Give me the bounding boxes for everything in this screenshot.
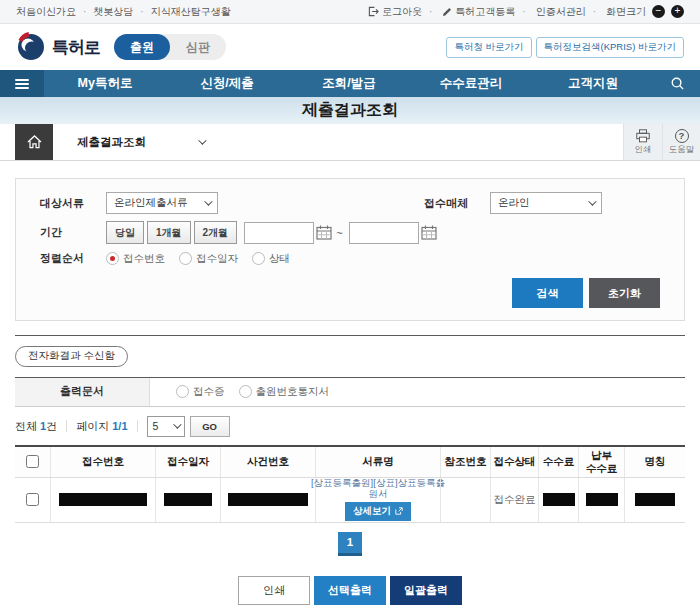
chevron-down-icon: [173, 420, 181, 428]
utility-right-links: 로그아웃 특허고객등록 인증서관리 화면크기 − +: [368, 5, 684, 19]
media-select[interactable]: 온라인: [490, 192, 602, 214]
divider: [66, 420, 67, 432]
chevron-down-icon: [588, 197, 596, 205]
search-icon[interactable]: [654, 70, 700, 97]
sort-receipt-no-radio[interactable]: 접수번호: [106, 252, 165, 266]
certificate-management-link[interactable]: 인증서관리: [515, 5, 585, 19]
batch-output-button[interactable]: 일괄출력: [390, 576, 462, 605]
nav-customer-support[interactable]: 고객지원: [532, 70, 654, 97]
detail-view-button[interactable]: 상세보기: [345, 502, 411, 521]
page-indicator-value: 1/1: [112, 420, 127, 432]
col-paid-fee: 납부 수수료: [578, 447, 624, 477]
home-icon[interactable]: [15, 124, 53, 160]
total-count-text: 전체 1건: [15, 419, 57, 434]
col-receipt-no: 접수번호: [50, 447, 155, 477]
customer-registration-link[interactable]: 특허고객등록: [422, 5, 515, 19]
sort-order-label: 정렬순서: [40, 251, 106, 266]
question-mark-icon: ?: [675, 129, 689, 143]
page-title: 제출결과조회: [0, 97, 700, 124]
calendar-icon: [316, 225, 332, 240]
period-label: 기간: [40, 225, 106, 240]
col-fee: 수수료: [538, 447, 578, 477]
chevron-down-icon: [204, 197, 212, 205]
list-controls: 전체 1건 페이지 1/1 5 GO: [15, 416, 685, 437]
radio-icon: [106, 252, 119, 265]
print-page-button[interactable]: 인쇄: [624, 124, 662, 160]
table-header-row: 접수번호 접수일자 사건번호 서류명 참조번호 접수상태 수수료 납부 수수료 …: [15, 447, 685, 478]
breadcrumb-select[interactable]: 제출결과조회: [53, 124, 228, 160]
row-checkbox[interactable]: [26, 493, 39, 506]
quick-links: 특허청 바로가기 특허정보검색(KPRIS) 바로가기: [446, 37, 684, 58]
application-number-notice-radio[interactable]: 출원번호통지서: [239, 385, 330, 399]
link-ip-life[interactable]: 지식재산탐구생활: [133, 5, 230, 19]
sort-receipt-date-radio[interactable]: 접수일자: [179, 252, 238, 266]
sort-status-radio[interactable]: 상태: [252, 252, 290, 266]
zoom-out-button[interactable]: −: [652, 5, 665, 18]
date-from-input[interactable]: [244, 222, 314, 244]
kipo-logo-icon: [16, 32, 46, 62]
print-button[interactable]: 인쇄: [238, 576, 310, 605]
redacted-receipt-no: [59, 493, 147, 506]
hamburger-menu-icon[interactable]: [0, 70, 44, 97]
printer-icon: [635, 129, 651, 143]
select-all-checkbox[interactable]: [26, 455, 39, 468]
calendar-from-button[interactable]: [316, 225, 332, 240]
kipris-shortcut-button[interactable]: 특허정보검색(KPRIS) 바로가기: [536, 37, 684, 58]
date-range-separator: ~: [336, 227, 342, 239]
divider: [137, 420, 138, 432]
status-badge: 접수완료: [494, 493, 536, 507]
period-2month-button[interactable]: 2개월: [194, 221, 238, 244]
zoom-in-button[interactable]: +: [671, 5, 684, 18]
radio-icon: [179, 252, 192, 265]
link-first-visit[interactable]: 처음이신가요: [16, 5, 76, 19]
tab-trial[interactable]: 심판: [170, 34, 226, 60]
media-label: 접수매체: [424, 196, 490, 211]
table-row: [상표등록출원][상표]상표등록출원서 상세보기 접수완료: [15, 478, 685, 523]
selected-output-button[interactable]: 선택출력: [314, 576, 386, 605]
nav-inquiry-issue[interactable]: 조회/발급: [288, 70, 410, 97]
external-link-icon: [395, 507, 403, 515]
page-1-button[interactable]: 1: [338, 532, 362, 556]
period-1month-button[interactable]: 1개월: [147, 221, 191, 244]
output-document-tab[interactable]: 출력문서: [15, 378, 150, 406]
calendar-to-button[interactable]: [421, 225, 437, 240]
tab-application[interactable]: 출원: [114, 34, 170, 60]
screen-size-control: 화면크기 − +: [586, 5, 684, 19]
search-button[interactable]: 검색: [512, 278, 583, 308]
breadcrumb-current: 제출결과조회: [77, 135, 146, 150]
radio-icon: [176, 385, 189, 398]
breadcrumb-tools: 인쇄 ? 도움말: [623, 124, 700, 160]
logout-icon: [368, 6, 379, 17]
utility-bar: 처음이신가요 챗봇상담 지식재산탐구생활 로그아웃 특허고객등록 인증서관리 화…: [0, 0, 700, 24]
patent-office-logo[interactable]: 특허로: [16, 32, 100, 62]
nav-apply-submit[interactable]: 신청/제출: [166, 70, 288, 97]
help-button[interactable]: ? 도움말: [662, 124, 700, 160]
redacted-case-no: [228, 493, 308, 506]
search-form: 대상서류 온라인제출서류 접수매체 온라인 기간 당일 1개월 2개월 ~: [15, 178, 685, 321]
document-name-link[interactable]: [상표등록출원][상표]상표등록출원서: [309, 478, 447, 499]
logout-link[interactable]: 로그아웃: [368, 5, 422, 19]
nav-fee-management[interactable]: 수수료관리: [410, 70, 532, 97]
nav-my-patent[interactable]: My특허로: [44, 70, 166, 97]
digitization-inbox-button[interactable]: 전자화결과 수신함: [15, 346, 128, 367]
reset-button[interactable]: 초기화: [589, 278, 660, 308]
ref-no-cell: [440, 478, 490, 522]
utility-left-links: 처음이신가요 챗봇상담 지식재산탐구생활: [16, 5, 231, 19]
chevron-down-icon: [198, 136, 206, 144]
link-chatbot[interactable]: 챗봇상담: [76, 5, 133, 19]
go-button[interactable]: GO: [190, 416, 230, 437]
kipo-shortcut-button[interactable]: 특허청 바로가기: [446, 37, 531, 58]
results-table: 접수번호 접수일자 사건번호 서류명 참조번호 접수상태 수수료 납부 수수료 …: [15, 445, 685, 523]
target-doc-select[interactable]: 온라인제출서류: [106, 192, 218, 214]
page-indicator: 페이지 1/1: [76, 419, 127, 434]
date-to-input[interactable]: [349, 222, 419, 244]
receipt-doc-radio[interactable]: 접수증: [176, 385, 225, 399]
section-divider: [15, 335, 685, 336]
target-doc-label: 대상서류: [40, 196, 106, 211]
radio-icon: [252, 252, 265, 265]
footer-actions: 인쇄 선택출력 일괄출력: [15, 576, 685, 605]
calendar-icon: [421, 225, 437, 240]
output-doc-options: 접수증 출원번호통지서: [150, 378, 329, 406]
period-today-button[interactable]: 당일: [106, 221, 144, 244]
page-size-select[interactable]: 5: [147, 416, 185, 437]
